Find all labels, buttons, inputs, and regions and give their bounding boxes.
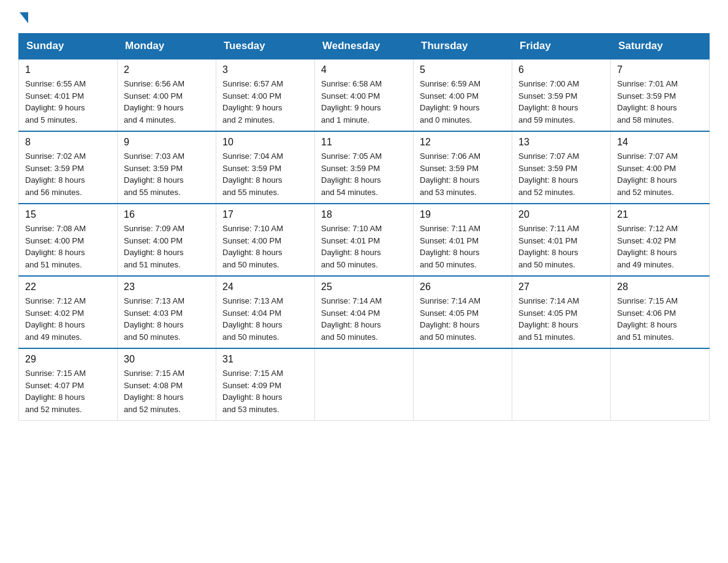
day-info: Sunrise: 7:15 AMSunset: 4:09 PMDaylight:… [222, 367, 308, 415]
day-number: 15 [25, 209, 111, 220]
day-number: 27 [518, 282, 604, 293]
day-info: Sunrise: 6:55 AMSunset: 4:01 PMDaylight:… [25, 78, 111, 126]
calendar-header-sunday: Sunday [19, 34, 118, 59]
day-number: 10 [222, 137, 308, 148]
day-number: 18 [321, 209, 407, 220]
day-number: 19 [420, 209, 506, 220]
calendar-header-friday: Friday [512, 34, 611, 59]
day-number: 28 [617, 282, 703, 293]
calendar-day-cell: 19 Sunrise: 7:11 AMSunset: 4:01 PMDaylig… [414, 204, 512, 276]
day-info: Sunrise: 7:13 AMSunset: 4:04 PMDaylight:… [222, 295, 308, 343]
logo-triangle-icon [20, 12, 28, 23]
day-number: 29 [25, 354, 111, 365]
calendar-week-row: 15 Sunrise: 7:08 AMSunset: 4:00 PMDaylig… [19, 204, 710, 276]
calendar-header-saturday: Saturday [611, 34, 710, 59]
day-number: 1 [25, 64, 111, 75]
day-info: Sunrise: 7:07 AMSunset: 4:00 PMDaylight:… [617, 150, 703, 198]
calendar-day-cell: 14 Sunrise: 7:07 AMSunset: 4:00 PMDaylig… [611, 131, 710, 204]
day-info: Sunrise: 7:15 AMSunset: 4:07 PMDaylight:… [25, 367, 111, 415]
calendar-day-cell [315, 348, 414, 421]
day-number: 6 [518, 64, 604, 75]
day-info: Sunrise: 7:13 AMSunset: 4:03 PMDaylight:… [124, 295, 210, 343]
calendar-day-cell: 25 Sunrise: 7:14 AMSunset: 4:04 PMDaylig… [315, 276, 414, 348]
calendar-day-cell: 31 Sunrise: 7:15 AMSunset: 4:09 PMDaylig… [216, 348, 315, 421]
day-info: Sunrise: 7:12 AMSunset: 4:02 PMDaylight:… [617, 223, 703, 270]
calendar-day-cell: 5 Sunrise: 6:59 AMSunset: 4:00 PMDayligh… [414, 59, 512, 131]
calendar-day-cell: 22 Sunrise: 7:12 AMSunset: 4:02 PMDaylig… [19, 276, 118, 348]
calendar-day-cell: 23 Sunrise: 7:13 AMSunset: 4:03 PMDaylig… [118, 276, 216, 348]
calendar-day-cell: 27 Sunrise: 7:14 AMSunset: 4:05 PMDaylig… [512, 276, 611, 348]
day-number: 11 [321, 137, 407, 148]
calendar-header-wednesday: Wednesday [315, 34, 414, 59]
day-number: 3 [222, 64, 308, 75]
calendar-header-tuesday: Tuesday [216, 34, 315, 59]
day-number: 23 [124, 282, 210, 293]
calendar-day-cell: 13 Sunrise: 7:07 AMSunset: 3:59 PMDaylig… [512, 131, 611, 204]
calendar-day-cell [512, 348, 611, 421]
day-number: 9 [124, 137, 210, 148]
calendar-day-cell: 16 Sunrise: 7:09 AMSunset: 4:00 PMDaylig… [118, 204, 216, 276]
day-number: 21 [617, 209, 703, 220]
calendar-header-row: SundayMondayTuesdayWednesdayThursdayFrid… [19, 34, 710, 59]
page-header [18, 12, 710, 21]
day-info: Sunrise: 7:02 AMSunset: 3:59 PMDaylight:… [25, 150, 111, 198]
calendar-day-cell: 18 Sunrise: 7:10 AMSunset: 4:01 PMDaylig… [315, 204, 414, 276]
day-number: 20 [518, 209, 604, 220]
day-number: 22 [25, 282, 111, 293]
day-info: Sunrise: 7:14 AMSunset: 4:05 PMDaylight:… [420, 295, 506, 343]
calendar-day-cell: 3 Sunrise: 6:57 AMSunset: 4:00 PMDayligh… [216, 59, 315, 131]
day-info: Sunrise: 7:08 AMSunset: 4:00 PMDaylight:… [25, 223, 111, 270]
calendar-day-cell: 30 Sunrise: 7:15 AMSunset: 4:08 PMDaylig… [118, 348, 216, 421]
day-number: 24 [222, 282, 308, 293]
day-info: Sunrise: 7:07 AMSunset: 3:59 PMDaylight:… [518, 150, 604, 198]
day-info: Sunrise: 6:56 AMSunset: 4:00 PMDaylight:… [124, 78, 210, 126]
calendar-day-cell: 2 Sunrise: 6:56 AMSunset: 4:00 PMDayligh… [118, 59, 216, 131]
day-info: Sunrise: 7:11 AMSunset: 4:01 PMDaylight:… [420, 223, 506, 270]
day-info: Sunrise: 7:14 AMSunset: 4:04 PMDaylight:… [321, 295, 407, 343]
day-number: 17 [222, 209, 308, 220]
day-number: 12 [420, 137, 506, 148]
day-number: 2 [124, 64, 210, 75]
calendar-day-cell [611, 348, 710, 421]
day-number: 13 [518, 137, 604, 148]
day-number: 5 [420, 64, 506, 75]
day-info: Sunrise: 7:12 AMSunset: 4:02 PMDaylight:… [25, 295, 111, 343]
day-number: 7 [617, 64, 703, 75]
day-info: Sunrise: 7:00 AMSunset: 3:59 PMDaylight:… [518, 78, 604, 126]
calendar-day-cell: 17 Sunrise: 7:10 AMSunset: 4:00 PMDaylig… [216, 204, 315, 276]
calendar-day-cell: 28 Sunrise: 7:15 AMSunset: 4:06 PMDaylig… [611, 276, 710, 348]
day-info: Sunrise: 6:57 AMSunset: 4:00 PMDaylight:… [222, 78, 308, 126]
day-info: Sunrise: 7:01 AMSunset: 3:59 PMDaylight:… [617, 78, 703, 126]
calendar-day-cell: 8 Sunrise: 7:02 AMSunset: 3:59 PMDayligh… [19, 131, 118, 204]
day-number: 4 [321, 64, 407, 75]
calendar-day-cell: 12 Sunrise: 7:06 AMSunset: 3:59 PMDaylig… [414, 131, 512, 204]
calendar-day-cell: 10 Sunrise: 7:04 AMSunset: 3:59 PMDaylig… [216, 131, 315, 204]
day-info: Sunrise: 7:06 AMSunset: 3:59 PMDaylight:… [420, 150, 506, 198]
day-info: Sunrise: 7:04 AMSunset: 3:59 PMDaylight:… [222, 150, 308, 198]
calendar-day-cell: 21 Sunrise: 7:12 AMSunset: 4:02 PMDaylig… [611, 204, 710, 276]
logo [18, 12, 29, 21]
day-info: Sunrise: 7:11 AMSunset: 4:01 PMDaylight:… [518, 223, 604, 270]
calendar-week-row: 8 Sunrise: 7:02 AMSunset: 3:59 PMDayligh… [19, 131, 710, 204]
calendar-table: SundayMondayTuesdayWednesdayThursdayFrid… [18, 33, 710, 421]
calendar-day-cell: 29 Sunrise: 7:15 AMSunset: 4:07 PMDaylig… [19, 348, 118, 421]
calendar-day-cell: 20 Sunrise: 7:11 AMSunset: 4:01 PMDaylig… [512, 204, 611, 276]
calendar-day-cell: 11 Sunrise: 7:05 AMSunset: 3:59 PMDaylig… [315, 131, 414, 204]
calendar-header-thursday: Thursday [414, 34, 512, 59]
day-info: Sunrise: 7:15 AMSunset: 4:06 PMDaylight:… [617, 295, 703, 343]
calendar-day-cell: 15 Sunrise: 7:08 AMSunset: 4:00 PMDaylig… [19, 204, 118, 276]
day-number: 16 [124, 209, 210, 220]
calendar-week-row: 29 Sunrise: 7:15 AMSunset: 4:07 PMDaylig… [19, 348, 710, 421]
day-info: Sunrise: 7:15 AMSunset: 4:08 PMDaylight:… [124, 367, 210, 415]
day-info: Sunrise: 7:10 AMSunset: 4:00 PMDaylight:… [222, 223, 308, 270]
day-info: Sunrise: 7:03 AMSunset: 3:59 PMDaylight:… [124, 150, 210, 198]
day-number: 30 [124, 354, 210, 365]
calendar-day-cell: 9 Sunrise: 7:03 AMSunset: 3:59 PMDayligh… [118, 131, 216, 204]
calendar-day-cell: 4 Sunrise: 6:58 AMSunset: 4:00 PMDayligh… [315, 59, 414, 131]
calendar-week-row: 22 Sunrise: 7:12 AMSunset: 4:02 PMDaylig… [19, 276, 710, 348]
calendar-day-cell: 24 Sunrise: 7:13 AMSunset: 4:04 PMDaylig… [216, 276, 315, 348]
calendar-week-row: 1 Sunrise: 6:55 AMSunset: 4:01 PMDayligh… [19, 59, 710, 131]
day-info: Sunrise: 7:10 AMSunset: 4:01 PMDaylight:… [321, 223, 407, 270]
day-info: Sunrise: 7:09 AMSunset: 4:00 PMDaylight:… [124, 223, 210, 270]
day-number: 26 [420, 282, 506, 293]
